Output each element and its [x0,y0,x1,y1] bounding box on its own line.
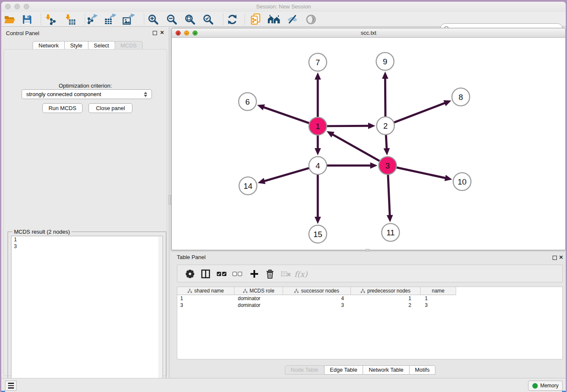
close-panel-button[interactable]: Close panel [88,103,132,113]
main-toolbar [1,12,566,27]
graph-node-11[interactable]: 11 [382,224,399,241]
cell-predecessor[interactable]: 1 [351,295,421,302]
mcds-result-group: MCDS result (2 nodes) 13 [8,232,166,392]
graph-edge-1-6[interactable] [257,104,310,123]
add-row-icon[interactable] [248,267,261,281]
run-mcds-button[interactable]: Run MCDS [42,103,83,113]
task-history-icon[interactable] [5,381,17,391]
graph-node-14[interactable]: 14 [239,177,257,195]
tab-network-table[interactable]: Network Table [363,365,409,375]
graph-node-6[interactable]: 6 [239,93,256,110]
graph-node-9[interactable]: 9 [376,52,394,70]
cell-mcds_role[interactable]: dominator [234,295,283,302]
open-session-icon[interactable] [2,13,17,26]
save-session-icon[interactable] [20,13,34,26]
export-table-icon[interactable] [103,13,118,26]
graph-node-10[interactable]: 10 [453,173,471,190]
column-header-shared-name[interactable]: shared name [177,287,234,295]
graph-node-7[interactable]: 7 [309,53,327,71]
tab-edge-table[interactable]: Edge Table [324,365,363,375]
zoom-fit-icon[interactable] [183,13,197,26]
unselect-all-icon[interactable] [231,267,244,281]
close-panel-icon[interactable]: ✕ [160,30,165,35]
show-column-icon[interactable] [199,267,212,281]
column-header-name[interactable]: name [421,287,456,295]
table-row[interactable]: 3dominator323 [177,302,562,309]
svg-text:1: 1 [316,122,320,131]
float-table-panel-icon[interactable] [553,256,557,260]
cell-shared_name[interactable]: 3 [177,302,234,309]
graph-edge-1-4[interactable] [315,135,321,155]
network-view-window: x − + scc.txt 1234678910111415 [171,28,566,250]
graph-edge-2-3[interactable] [383,134,390,155]
cell-predecessor[interactable]: 2 [351,302,421,309]
graph-node-2[interactable]: 2 [377,117,394,135]
close-table-panel-icon[interactable]: ✕ [559,255,564,260]
apply-layout-icon[interactable] [225,13,239,26]
svg-text:8: 8 [459,93,463,102]
graph-edge-2-8[interactable] [394,100,451,123]
column-group-icon [243,289,248,293]
network-canvas[interactable]: 1234678910111415 [172,38,565,250]
graph-edge-4-15[interactable] [315,174,321,224]
import-table-icon[interactable] [63,13,77,26]
zoom-out-icon[interactable] [165,13,179,26]
zoom-selected-icon[interactable] [201,13,215,26]
export-image-icon[interactable] [121,13,136,26]
graph-edge-1-7[interactable] [315,72,321,118]
graph-node-15[interactable]: 15 [309,225,327,243]
column-header-mcds-role[interactable]: MCDS role [234,287,283,295]
network-window-titlebar[interactable]: x − + scc.txt [172,28,565,38]
select-arrows-icon [144,92,147,97]
application-window: Session: New Session [1,2,566,392]
graph-edge-4-14[interactable] [258,168,310,184]
tab-node-table[interactable]: Node Table [285,365,325,375]
column-header-successor-nodes[interactable]: successor nodes [283,287,351,295]
function-builder-icon[interactable]: f(x) [294,267,308,281]
table-tabs: Node TableEdge TableNetwork TableMotifs [285,365,435,375]
graph-node-4[interactable]: 4 [309,157,327,174]
ndex-icon[interactable] [267,13,281,26]
table-panel-title: Table Panel [177,254,206,260]
clone-network-icon[interactable] [248,13,263,26]
import-network-icon[interactable] [43,13,57,26]
cell-name[interactable]: 1 [421,295,456,302]
result-scrollbar[interactable] [158,237,162,388]
graph-edge-2-9[interactable] [382,72,388,117]
cell-name[interactable]: 3 [421,302,456,309]
svg-text:4: 4 [316,161,320,170]
export-network-icon[interactable] [85,13,99,26]
criterion-select[interactable]: strongly connected component [22,89,152,99]
graphics-details-icon[interactable] [304,13,318,26]
delete-column-icon[interactable] [279,267,292,281]
cell-successor[interactable]: 4 [283,295,351,302]
mcds-result-value: 1 [11,236,162,243]
graph-node-8[interactable]: 8 [452,88,470,106]
column-group-icon [294,289,299,293]
graph-edge-1-2[interactable] [326,123,375,129]
tab-motifs[interactable]: Motifs [409,365,436,375]
graph-node-3[interactable]: 3 [379,157,396,174]
float-panel-icon[interactable] [153,31,157,35]
graph-edge-3-11[interactable] [387,174,393,222]
cell-shared_name[interactable]: 1 [177,295,234,302]
graph-edge-3-10[interactable] [396,167,452,181]
column-header-predecessor-nodes[interactable]: predecessor nodes [351,287,421,295]
cell-successor[interactable]: 3 [283,302,351,309]
memory-button[interactable]: Memory [528,381,563,391]
delete-row-icon[interactable] [263,267,277,281]
table-row[interactable]: 1dominator411 [177,295,562,302]
select-all-icon[interactable] [215,267,228,281]
graph-edge-4-3[interactable] [326,163,377,169]
table-body: 1dominator4113dominator323 [177,295,562,309]
graph-node-1[interactable]: 1 [309,117,327,135]
mcds-result-textarea[interactable]: 13 [11,236,163,389]
graph-edge-3-1[interactable] [327,131,380,161]
zoom-in-icon[interactable] [146,13,160,26]
panel-divider-handle[interactable] [168,195,171,204]
split-pane-handle[interactable] [366,249,369,251]
hide-details-icon[interactable] [285,13,300,26]
table-panel: Table Panel ✕ [171,252,566,377]
table-settings-icon[interactable] [183,267,197,281]
cell-mcds_role[interactable]: dominator [234,302,283,309]
